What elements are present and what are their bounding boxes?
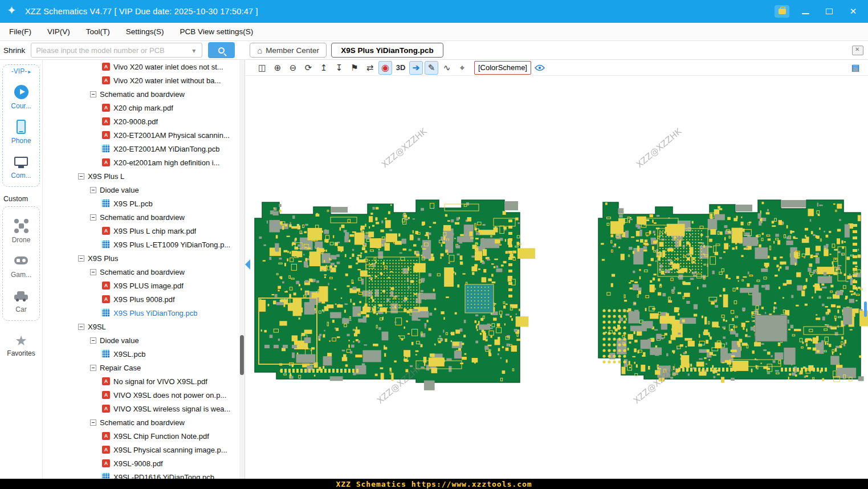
tree-file[interactable]: AX9SL-9008.pdf [43, 457, 244, 470]
tree-file[interactable]: AX9S Plus L chip mark.pdf [43, 224, 244, 238]
tree-item-label: X9SL [88, 323, 106, 331]
tree-folder[interactable]: Schematic and boardview [43, 87, 244, 101]
license-icon[interactable] [775, 5, 789, 18]
zoom-in-icon[interactable]: ⊕ [271, 61, 284, 75]
collapse-minus-icon[interactable] [90, 187, 96, 193]
sidebar-item-com[interactable]: Com... [3, 154, 39, 180]
colorscheme-button[interactable]: [ColorScheme] [474, 61, 531, 75]
tree-folder[interactable]: Repair Case [43, 361, 244, 374]
tree-folder[interactable]: X9S Plus L [43, 169, 244, 183]
bottom-view-icon[interactable]: ↧ [332, 61, 346, 75]
tree-file[interactable]: AX9SL Physical scanning image.p... [43, 443, 244, 457]
collapse-minus-icon[interactable] [90, 419, 96, 426]
tree-file[interactable]: AVivo X20 water inlet does not st... [43, 60, 244, 74]
view-3d-button[interactable]: 3D [394, 61, 407, 75]
tree-file[interactable]: AX9S PLUS image.pdf [43, 279, 244, 292]
sidebar-item-favorites[interactable]: Favorites [0, 333, 42, 357]
minimize-button[interactable] [797, 4, 813, 19]
sidebar-item-phone[interactable]: Phone [3, 119, 39, 145]
zoom-out-icon[interactable]: ⊖ [286, 61, 300, 75]
collapse-minus-icon[interactable] [90, 337, 96, 344]
refresh-icon[interactable]: ⟳ [301, 61, 315, 75]
collapse-minus-icon[interactable] [78, 324, 84, 330]
visibility-eye-icon[interactable] [533, 61, 547, 75]
layers-panel-icon[interactable]: ▤ [849, 61, 862, 75]
chevron-down-icon[interactable] [192, 45, 200, 54]
document-tab[interactable]: X9S Plus YiDianTong.pcb [331, 43, 443, 58]
vip-arrow-icon: ▸ [28, 68, 31, 75]
tree-scrollbar[interactable] [239, 60, 244, 479]
tree-item-label: Schematic and boardview [100, 90, 185, 99]
tree-file[interactable]: X9S PL.pcb [43, 197, 244, 210]
tree-file[interactable]: AX9S Plus 9008.pdf [43, 292, 244, 306]
tree-file[interactable]: AVivo X20 water inlet without ba... [43, 74, 244, 87]
maximize-button[interactable] [821, 4, 837, 19]
shrink-button[interactable]: Shrink [3, 46, 25, 55]
collapse-tree-handle[interactable] [245, 259, 250, 270]
menu-item-settings[interactable]: Settings(S) [126, 27, 164, 36]
tree-file[interactable]: AX20-et2001am high definition i... [43, 156, 244, 169]
tree-item-label: VIVO X9SL does not power on.p... [113, 391, 226, 400]
collapse-minus-icon[interactable] [78, 255, 84, 262]
tree-file[interactable]: AX20-ET2001AM Physical scannin... [43, 128, 244, 142]
collapse-minus-icon[interactable] [78, 173, 84, 180]
tree-scrollbar-thumb[interactable] [240, 335, 244, 375]
tree-file[interactable]: X9SL.pcb [43, 347, 244, 361]
tree-folder[interactable]: X9S Plus [43, 251, 244, 265]
close-panel-icon[interactable] [852, 46, 863, 55]
tree-item-label: X20-ET2001AM Physical scannin... [113, 131, 230, 140]
jump-arrow-icon[interactable]: ➔ [409, 61, 423, 75]
tree-folder[interactable]: Schematic and boardview [43, 415, 244, 429]
curve-tool-icon[interactable]: ∿ [440, 61, 454, 75]
menu-item-pcb-view-settings[interactable]: PCB View settings(S) [180, 27, 254, 36]
sidebar-item-cour[interactable]: Cour... [3, 84, 39, 110]
menu-item-vip[interactable]: VIP(V) [47, 27, 70, 36]
tree-file[interactable]: X9SL-PD1616 YiDianTong.pcb [43, 470, 244, 479]
tree-folder[interactable]: Schematic and boardview [43, 265, 244, 279]
tree-item-label: X20 chip mark.pdf [113, 104, 173, 112]
diode-mode-icon[interactable]: ◉ [378, 61, 392, 75]
member-center-button[interactable]: Member Center [250, 43, 327, 58]
flip-horizontal-icon[interactable]: ⇄ [363, 61, 377, 75]
pcb-viewport[interactable] [245, 76, 868, 479]
menu-item-tool[interactable]: Tool(T) [86, 27, 110, 36]
tree-file[interactable]: AVIVO X9SL does not power on.p... [43, 388, 244, 402]
close-button[interactable] [845, 4, 861, 19]
search-input[interactable] [31, 43, 202, 58]
tree-file[interactable]: AX9SL Chip Function Note.pdf [43, 429, 244, 443]
viewport-scrollbar-thumb[interactable] [864, 301, 867, 317]
tree-file[interactable]: ANo signal for VIVO X9SL.pdf [43, 374, 244, 388]
collapse-minus-icon[interactable] [90, 91, 96, 97]
split-view-icon[interactable]: ◫ [255, 61, 269, 75]
probe-flag-icon[interactable]: ⚑ [348, 61, 361, 75]
menu-item-file[interactable]: File(F) [9, 27, 31, 36]
collapse-minus-icon[interactable] [90, 214, 96, 221]
crosshair-icon[interactable]: ⌖ [455, 61, 469, 75]
tree-folder[interactable]: Schematic and boardview [43, 210, 244, 224]
phone-icon [17, 120, 26, 134]
tree-file[interactable]: X20-ET2001AM YiDianTong.pcb [43, 142, 244, 156]
collapse-minus-icon[interactable] [90, 365, 96, 371]
tree-file[interactable]: AX20 chip mark.pdf [43, 101, 244, 115]
sidebar-item-gam[interactable]: Gam... [3, 253, 39, 279]
measure-icon[interactable]: ✎ [425, 61, 438, 75]
tree-file[interactable]: AX20-9008.pdf [43, 115, 244, 128]
tree-item-label: X9S Plus L-ET1009 YiDianTong.p... [113, 241, 230, 249]
tree-folder[interactable]: Diode value [43, 183, 244, 197]
tree-item-label: Diode value [100, 336, 139, 345]
tree-file[interactable]: X9S Plus L-ET1009 YiDianTong.p... [43, 238, 244, 251]
tree-folder[interactable]: X9SL [43, 320, 244, 333]
pcb-canvas[interactable] [245, 76, 868, 479]
sidebar-item-car[interactable]: Car [3, 288, 39, 313]
sidebar-item-label: Com... [11, 172, 31, 180]
collapse-minus-icon[interactable] [90, 269, 96, 275]
tree-item-label: X9S PLUS image.pdf [113, 282, 184, 290]
tree-item-label: X9SL-9008.pdf [113, 459, 163, 468]
tree-item-label: X9SL-PD1616 YiDianTong.pcb [113, 473, 214, 479]
top-view-icon[interactable]: ↥ [317, 61, 331, 75]
tree-folder[interactable]: Diode value [43, 333, 244, 347]
search-button[interactable] [208, 42, 235, 58]
tree-file[interactable]: AVIVO X9SL wireless signal is wea... [43, 402, 244, 415]
sidebar-item-drone[interactable]: Drone [3, 218, 39, 244]
tree-file[interactable]: X9S Plus YiDianTong.pcb [43, 306, 244, 320]
